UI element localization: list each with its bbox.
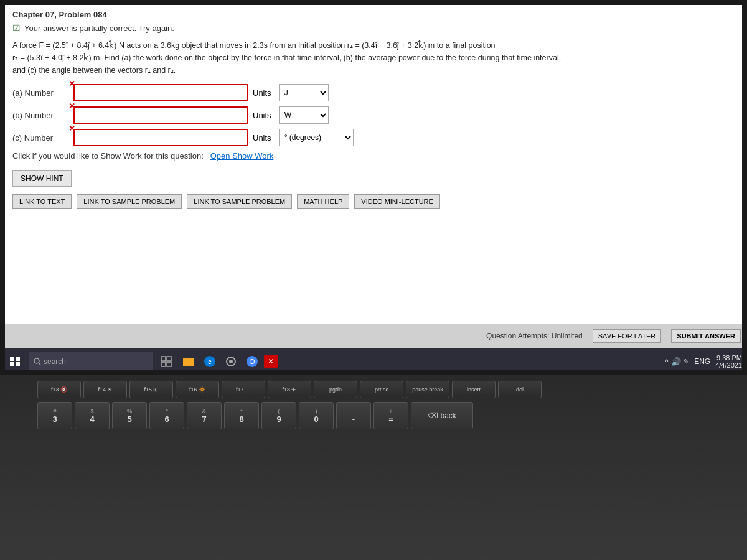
screen: Chapter 07, Problem 084 ☑ Your answer is… <box>0 0 747 348</box>
taskbar-settings[interactable] <box>222 352 240 371</box>
fkey-pause[interactable]: pause break <box>406 381 449 398</box>
svg-rect-7 <box>167 357 171 361</box>
input-a[interactable] <box>73 84 248 101</box>
hint-section: SHOW HINT <box>12 170 735 187</box>
svg-rect-0 <box>10 357 14 361</box>
correct-notice: ☑ Your answer is partially correct. Try … <box>12 23 735 33</box>
answer-row-a: (a) Number ✕ Units J <box>12 84 735 101</box>
fkey-f13[interactable]: f13 🔇 <box>37 381 81 398</box>
taskbar-close-btn[interactable]: ✕ <box>264 355 278 368</box>
units-label-c: Units <box>253 133 271 142</box>
key-4[interactable]: $ 4 <box>75 402 110 429</box>
fkey-row: f13 🔇 f14 ☀ f15 ⊞ f16 🔆 f17 — f18 ✈ pgdn… <box>31 381 716 398</box>
units-label-b: Units <box>253 111 271 120</box>
taskbar-search-box[interactable]: search <box>29 352 153 371</box>
fkey-f18[interactable]: f18 ✈ <box>268 381 311 398</box>
units-select-c[interactable]: ° (degrees) <box>279 129 354 146</box>
buttons-row: LINK TO TEXT LINK TO SAMPLE PROBLEM LINK… <box>12 194 735 209</box>
taskbar-right: ^ 🔊 ✎ ENG 9:38 PM 4/4/2021 <box>665 354 742 369</box>
svg-rect-9 <box>167 362 171 366</box>
svg-rect-2 <box>10 362 14 366</box>
save-later-button[interactable]: SAVE FOR LATER <box>593 329 662 343</box>
show-work-line: Click if you would like to Show Work for… <box>12 151 735 161</box>
laptop-body: ASUS f13 🔇 f14 ☀ f15 ⊞ f16 🔆 f17 — f18 ✈… <box>0 375 747 560</box>
browser-content: Chapter 07, Problem 084 ☑ Your answer is… <box>0 0 747 324</box>
svg-rect-8 <box>161 362 166 366</box>
problem-text: A force F = (2.5î + 8.4ĵ + 6.4k̂) N acts… <box>12 39 735 77</box>
key-backspace[interactable]: ⌫ back <box>411 402 473 429</box>
tray-icon-2: 🔊 <box>671 357 681 366</box>
key-minus[interactable]: _ - <box>336 402 371 429</box>
key-7[interactable]: & 7 <box>187 402 222 429</box>
label-c: (c) Number <box>12 133 68 142</box>
svg-rect-1 <box>16 357 20 361</box>
math-help-button[interactable]: MATH HELP <box>297 194 349 209</box>
attempts-label: Question Attempts: Unlimited <box>486 332 583 340</box>
units-select-b[interactable]: W <box>279 106 329 124</box>
taskbar-browser[interactable]: e <box>200 352 219 371</box>
key-9[interactable]: ( 9 <box>261 402 296 429</box>
task-view-button[interactable] <box>157 352 176 371</box>
svg-line-5 <box>39 363 41 365</box>
link-sample1-button[interactable]: LINK TO SAMPLE PROBLEM <box>77 194 182 209</box>
submit-button[interactable]: SUBMIT ANSWER <box>671 329 741 343</box>
taskbar-clock: 9:38 PM 4/4/2021 <box>715 354 742 369</box>
svg-point-18 <box>250 360 254 363</box>
fkey-f17[interactable]: f17 — <box>222 381 265 398</box>
fkey-delete[interactable]: del <box>498 381 542 398</box>
key-8[interactable]: * 8 <box>224 402 259 429</box>
video-mini-button[interactable]: VIDEO MINI-LECTURE <box>354 194 440 209</box>
key-0[interactable]: ) 0 <box>299 402 334 429</box>
taskbar-app-icons: e ✕ <box>179 352 278 371</box>
svg-rect-3 <box>16 362 20 366</box>
input-wrapper-a: ✕ <box>73 84 248 101</box>
key-5[interactable]: % 5 <box>112 402 147 429</box>
answer-section: (a) Number ✕ Units J (b) Number ✕ Units <box>12 84 735 146</box>
key-3[interactable]: # 3 <box>37 402 72 429</box>
check-icon: ☑ <box>12 23 21 33</box>
fkey-f16[interactable]: f16 🔆 <box>176 381 219 398</box>
key-6[interactable]: ^ 6 <box>149 402 184 429</box>
svg-rect-6 <box>161 357 166 361</box>
link-to-text-button[interactable]: LINK TO TEXT <box>12 194 72 209</box>
taskbar-search-text: search <box>44 357 66 366</box>
input-c[interactable] <box>73 129 248 146</box>
answer-row-b: (b) Number ✕ Units W <box>12 106 735 124</box>
fkey-f14[interactable]: f14 ☀ <box>83 381 127 398</box>
svg-point-14 <box>229 360 233 363</box>
num-row: # 3 $ 4 % 5 ^ 6 & 7 * 8 <box>31 402 716 429</box>
key-equals[interactable]: + = <box>374 402 408 429</box>
taskbar-google-chrome[interactable] <box>243 352 261 371</box>
taskbar-search-icon <box>34 358 41 365</box>
status-bar: Question Attempts: Unlimited SAVE FOR LA… <box>0 324 747 348</box>
sys-tray: ^ 🔊 ✎ <box>665 357 689 366</box>
svg-point-4 <box>34 358 39 363</box>
label-a: (a) Number <box>12 88 68 98</box>
answer-row-c: (c) Number ✕ Units ° (degrees) <box>12 129 735 146</box>
chapter-title: Chapter 07, Problem 084 <box>12 10 735 19</box>
start-button[interactable] <box>5 352 25 371</box>
input-b[interactable] <box>73 106 248 124</box>
tray-icon-1: ^ <box>665 357 669 366</box>
fkey-insert[interactable]: insert <box>452 381 496 398</box>
laptop-keyboard: f13 🔇 f14 ☀ f15 ⊞ f16 🔆 f17 — f18 ✈ pgdn… <box>31 381 716 543</box>
taskbar-lang: ENG <box>694 357 710 366</box>
fkey-f15[interactable]: f15 ⊞ <box>129 381 173 398</box>
label-b: (b) Number <box>12 111 68 120</box>
svg-rect-11 <box>183 358 188 360</box>
link-sample2-button[interactable]: LINK TO SAMPLE PROBLEM <box>187 194 292 209</box>
tray-icon-3: ✎ <box>684 358 689 366</box>
show-hint-button[interactable]: SHOW HINT <box>12 170 72 187</box>
input-wrapper-b: ✕ <box>73 106 248 124</box>
input-wrapper-c: ✕ <box>73 129 248 146</box>
svg-text:e: e <box>208 358 212 365</box>
units-select-a[interactable]: J <box>279 84 329 101</box>
fkey-f19[interactable]: pgdn <box>314 381 357 398</box>
taskbar-file-explorer[interactable] <box>179 352 198 371</box>
win-taskbar: search e <box>0 348 747 375</box>
fkey-prtsc[interactable]: prt sc <box>360 381 403 398</box>
open-show-work-link[interactable]: Open Show Work <box>210 151 274 161</box>
units-label-a: Units <box>253 88 271 98</box>
